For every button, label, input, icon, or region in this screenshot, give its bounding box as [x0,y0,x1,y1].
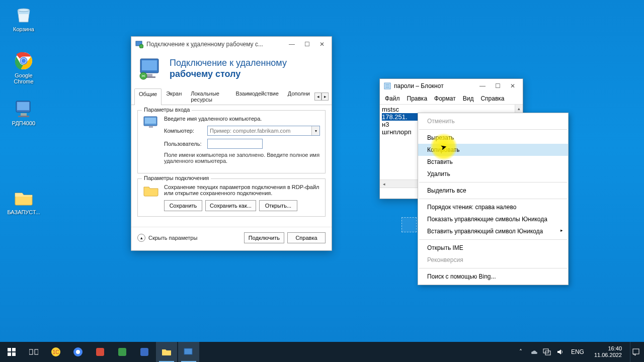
desktop-icon-label: Google Chrome [6,72,41,84]
menu-format[interactable]: Формат [431,94,459,103]
taskbar-app-green[interactable] [112,342,133,362]
login-group: Параметры входа Введите имя удаленного к… [137,110,326,173]
tab-scroll-right[interactable]: ▸ [321,93,329,101]
save-button[interactable]: Сохранить [164,200,202,211]
taskbar-app-red[interactable] [90,342,111,362]
chevron-down-icon[interactable]: ▾ [311,126,319,135]
monitor-icon [143,116,159,129]
svg-point-10 [139,44,143,48]
rdp-tabs: Общие Экран Локальные ресурсы Взаимодейс… [131,88,332,105]
taskbar-app-explorer[interactable] [156,342,177,362]
tray-expand-icon[interactable]: ˄ [517,348,525,356]
hide-params-toggle[interactable]: ▴ Скрыть параметры [137,234,197,242]
desktop-icon-label: РДП4000 [6,120,41,126]
tab-scroll-left[interactable]: ◂ [314,93,321,101]
rdp-header-line2: рабочему столу [170,69,240,79]
start-button[interactable] [1,342,22,362]
rdp-header: Подключение к удаленному рабочему столу [131,52,332,88]
maximize-button[interactable]: ☐ [299,38,314,50]
computer-combo[interactable]: ▾ [207,126,320,136]
separator [419,129,567,130]
task-view-button[interactable] [23,342,44,362]
chevron-right-icon: ▸ [560,228,563,233]
tray-network-icon[interactable] [543,348,551,356]
svg-rect-25 [8,352,11,356]
rdp-titlebar[interactable]: Подключение к удаленному рабочему с... ―… [131,37,332,52]
connection-desc: Сохранение текущих параметров подключени… [164,184,320,196]
svg-rect-6 [17,102,29,110]
help-button[interactable]: Справка [287,232,326,243]
ctx-rtl[interactable]: Порядок чтения: справа налево [418,201,568,213]
connect-button[interactable]: Подключить [244,232,284,243]
computer-input[interactable] [208,126,311,135]
taskbar-app-rdp[interactable] [178,342,199,362]
svg-rect-35 [140,348,148,356]
desktop-icon-label: БАЗАПУСТ... [6,209,41,215]
rdp-header-title: Подключение к удаленному рабочему столу [170,58,287,79]
rdp-title-text: Подключение к удаленному рабочему с... [146,41,284,48]
ctx-cut[interactable]: Вырезать [418,132,568,144]
svg-point-4 [22,59,26,63]
ctx-reconvert[interactable]: Реконверсия [418,254,568,266]
np-close-button[interactable]: ✕ [505,80,520,92]
notepad-icon [384,82,391,89]
ctx-open-ime[interactable]: Открыть IME [418,242,568,254]
rdp-header-line1: Подключение к удаленному [170,58,287,68]
svg-rect-27 [29,349,33,354]
ctx-select-all[interactable]: Выделить все [418,185,568,197]
tab-experience[interactable]: Взаимодействие [231,88,283,105]
notifications-button[interactable] [630,342,641,362]
svg-rect-12 [142,60,157,70]
svg-rect-39 [633,349,639,354]
language-indicator[interactable]: ENG [569,348,586,355]
menu-edit[interactable]: Правка [404,94,431,103]
ctx-paste[interactable]: Вставить [418,156,568,168]
tray-onedrive-icon[interactable] [530,348,538,356]
svg-rect-34 [118,348,126,356]
ctx-insert-unicode-label: Вставить управляющий символ Юникода [427,228,543,235]
menu-help[interactable]: Справка [477,94,507,103]
separator [419,199,567,199]
notepad-titlebar[interactable]: пароли – Блокнот ― ☐ ✕ [380,79,523,93]
taskbar-app-1c[interactable]: 1C [45,342,66,362]
rdp-footer: ▴ Скрыть параметры Подключить Справка [131,227,332,250]
folder-icon [13,187,34,208]
chrome-icon [13,50,34,71]
ctx-insert-unicode[interactable]: Вставить управляющий символ Юникода▸ [418,225,568,237]
open-button[interactable]: Открыть... [259,200,297,211]
rdp-titlebar-icon [135,40,143,48]
taskbar-app-blue[interactable] [134,342,155,362]
tab-general[interactable]: Общие [134,88,162,105]
svg-rect-7 [21,113,27,116]
taskbar-app-chrome[interactable] [67,342,89,362]
svg-rect-18 [149,126,153,128]
desktop-icon-chrome[interactable]: Google Chrome [6,50,41,84]
user-input[interactable] [207,139,263,149]
svg-rect-23 [8,348,11,351]
svg-rect-28 [35,349,38,354]
minimize-button[interactable]: ― [284,38,299,50]
tab-local-resources[interactable]: Локальные ресурсы [186,88,231,105]
desktop-icon-rdp4000[interactable]: РДП4000 [6,98,41,126]
ctx-copy[interactable]: Копировать [418,144,568,156]
ctx-delete[interactable]: Удалить [418,168,568,180]
ctx-bing[interactable]: Поиск с помощью Bing... [418,270,568,283]
tab-advanced[interactable]: Дополни [283,88,314,105]
np-maximize-button[interactable]: ☐ [490,80,505,92]
menu-view[interactable]: Вид [460,94,477,103]
tab-display[interactable]: Экран [162,88,186,105]
desktop-icon-folder-start[interactable]: БАЗАПУСТ... [6,187,41,215]
login-group-title: Параметры входа [142,107,192,113]
menu-file[interactable]: Файл [382,94,403,103]
tray-volume-icon[interactable] [556,348,564,356]
svg-rect-8 [18,116,29,117]
np-minimize-button[interactable]: ― [475,80,490,92]
ctx-show-unicode[interactable]: Показать управляющие символы Юникода [418,213,568,225]
ctx-undo[interactable]: Отменить [418,115,568,127]
close-button[interactable]: ✕ [314,38,330,50]
rdp-window: Подключение к удаленному рабочему с... ―… [131,36,332,251]
desktop-icon-recycle-bin[interactable]: Корзина [6,4,41,32]
save-as-button[interactable]: Сохранить как... [205,200,256,211]
taskbar-clock[interactable]: 16:40 11.06.2022 [591,345,625,358]
clock-date: 11.06.2022 [594,352,622,358]
